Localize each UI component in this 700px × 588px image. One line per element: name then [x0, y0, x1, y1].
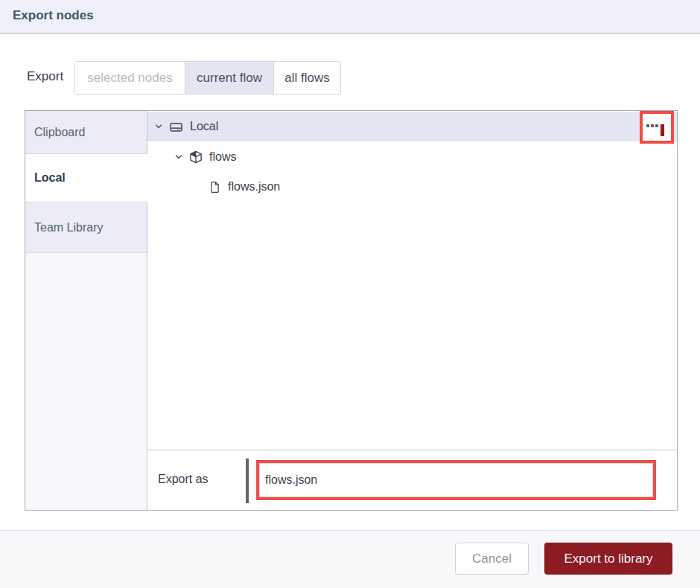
- red-bar-indicator: [661, 124, 664, 136]
- library-sidebar: Clipboard Local Team Library: [25, 111, 147, 510]
- hard-drive-icon: [169, 120, 183, 134]
- filename-input-left-edge: [246, 458, 249, 503]
- tree-row-label: flows: [209, 150, 236, 164]
- dialog-title: Export nodes: [13, 8, 94, 23]
- chevron-down-icon[interactable]: [174, 153, 183, 162]
- ellipsis-icon: [646, 124, 658, 127]
- export-as-row: Export as: [147, 450, 677, 510]
- tree-row-label: Local: [190, 120, 218, 133]
- tree-row-local[interactable]: Local: [147, 112, 677, 141]
- annotation-highlight-menu: [640, 111, 674, 144]
- package-icon: [189, 150, 203, 164]
- tree-row-flows-json[interactable]: flows.json: [147, 173, 677, 200]
- sidebar-tab-clipboard[interactable]: Clipboard: [25, 111, 147, 154]
- export-as-label: Export as: [158, 473, 209, 486]
- scope-all-flows-button[interactable]: all flows: [273, 62, 340, 94]
- sidebar-tab-label: Team Library: [34, 221, 103, 234]
- sidebar-tab-team-library[interactable]: Team Library: [25, 202, 147, 253]
- sidebar-tab-label: Clipboard: [34, 126, 85, 139]
- library-menu-button[interactable]: [643, 114, 671, 141]
- dialog-header: Export nodes: [0, 0, 700, 33]
- export-scope-label: Export: [27, 69, 63, 84]
- scope-current-flow-button[interactable]: current flow: [185, 62, 273, 94]
- library-browser: Clipboard Local Team Library Local: [25, 110, 678, 511]
- filename-input[interactable]: [259, 463, 653, 497]
- dialog-footer: Cancel Export to library: [0, 530, 700, 588]
- library-tree: Local flows: [147, 111, 677, 510]
- export-to-library-button[interactable]: Export to library: [544, 543, 672, 575]
- sidebar-tab-local[interactable]: Local: [25, 154, 147, 202]
- cancel-button[interactable]: Cancel: [455, 543, 529, 575]
- annotation-highlight-filename: [256, 460, 656, 500]
- chevron-down-icon[interactable]: [154, 122, 163, 131]
- tree-row-flows[interactable]: flows: [147, 144, 677, 170]
- export-scope-group: selected nodes current flow all flows: [74, 61, 341, 95]
- scope-selected-nodes-button[interactable]: selected nodes: [75, 62, 185, 94]
- file-icon: [209, 181, 221, 194]
- tree-row-label: flows.json: [228, 180, 280, 194]
- sidebar-tab-label: Local: [34, 171, 66, 185]
